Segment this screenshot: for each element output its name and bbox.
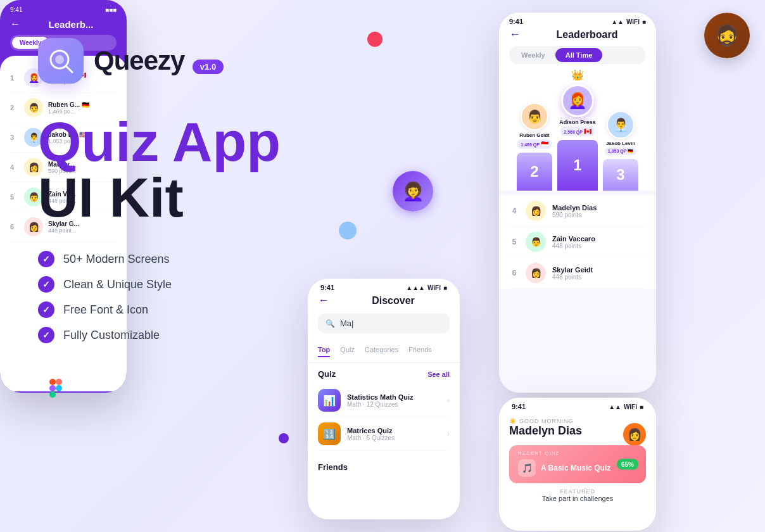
brand-name-container: Queezy v1.0 (94, 46, 224, 76)
tab-categories[interactable]: Categories (365, 346, 398, 357)
quiz-meta-2: Math · 6 Quizzes (347, 434, 441, 441)
feature-item-1: 50+ Modern Screens (38, 251, 329, 267)
lb-back-arrow[interactable]: ← (509, 28, 521, 41)
feature-list: 50+ Modern Screens Clean & Unique Style … (38, 251, 329, 343)
lb2-rank-4: 4 (10, 163, 19, 171)
podium-block-2: 2 (517, 153, 552, 191)
left-hero-section: Queezy v1.0 Quiz App UI Kit 50+ Modern S… (38, 38, 329, 412)
deco-circle-blue (339, 222, 357, 239)
lb-nav: ← Leaderboard (509, 28, 646, 41)
discover-screen-title: Discover (337, 295, 450, 307)
lb-battery: ■ (642, 18, 646, 25)
lb2-status-icons: ■■■ (105, 6, 117, 13)
podium-points-3: 1,053 QP 🇩🇪 (605, 148, 636, 155)
svg-rect-5 (49, 385, 56, 391)
lb-avatar-6: 👩 (526, 263, 546, 283)
tab-friends[interactable]: Friends (408, 346, 432, 357)
lb2-status-bar: 9:41 ■■■ (10, 6, 117, 13)
lb-avatar-5: 👨 (526, 232, 546, 252)
lb2-time: 9:41 (10, 6, 22, 13)
leaderboard-header: 9:41 ▲▲ WiFi ■ ← Leaderboard Weekly All … (499, 13, 656, 72)
lb-player-info-6: Skylar Geidt 448 points (552, 266, 646, 281)
podium-section: 👨 Ruben Geidt 1,469 QP 🇮🇩 2 👑 👩‍🦰 Adison… (499, 72, 656, 191)
quiz-thumb-1: 📊 (318, 389, 341, 412)
podium-block-3: 3 (603, 159, 638, 191)
podium-points-2: 1,469 QP 🇮🇩 (517, 139, 551, 149)
lb-signal: ▲▲ (611, 18, 624, 25)
lb-player-points-4: 590 points (552, 212, 646, 218)
quiz-thumb-2: 🔢 (318, 422, 341, 445)
lb2-nav: ← Leaderb... (10, 18, 117, 30)
search-text[interactable]: Ma| (340, 319, 353, 328)
lb2-battery: ■■■ (105, 6, 117, 13)
recent-quiz-title: A Basic Music Quiz (541, 464, 610, 472)
svg-point-7 (56, 385, 62, 391)
discover-search-bar[interactable]: 🔍 Ma| (318, 314, 450, 333)
progress-badge: 65% (617, 459, 638, 470)
lb2-rank-1: 1 (10, 74, 19, 82)
home-status-icons: ▲▲ WiFi ■ (609, 403, 643, 410)
signal-icon: ▲▲▲ (406, 284, 425, 291)
crown-icon: 👑 (571, 69, 584, 81)
podium-name-2: Ruben Geidt (519, 132, 550, 138)
home-signal: ▲▲ (609, 403, 621, 410)
quiz-name-1: Statistics Math Quiz (347, 393, 441, 401)
discover-nav: ← Discover (318, 294, 450, 307)
lb2-back-arrow[interactable]: ← (10, 18, 20, 30)
discover-content: Quiz See all 📊 Statistics Math Quiz Math… (308, 363, 460, 457)
see-all-button[interactable]: See all (427, 370, 450, 378)
podium-block-1: 1 (557, 140, 598, 191)
home-battery: ■ (640, 403, 643, 410)
podium-points-1: 2,569 QP 🇨🇦 (560, 127, 594, 136)
back-arrow-icon[interactable]: ← (318, 294, 329, 307)
lb-tab-alltime[interactable]: All Time (555, 48, 603, 62)
lb-wifi: WiFi (626, 18, 640, 25)
podium-crown-area: 👑 👩‍🦰 (561, 79, 594, 117)
tab-quiz[interactable]: Quiz (340, 346, 355, 357)
featured-section: FEATURED Take part in challenges (499, 483, 656, 505)
tab-top[interactable]: Top (318, 346, 330, 357)
podium-player-1: 👑 👩‍🦰 Adison Press 2,569 QP 🇨🇦 1 (557, 79, 598, 191)
lb-screen-title: Leaderboard (528, 29, 646, 41)
podium-avatar-1: 👩‍🦰 (561, 84, 594, 117)
svg-rect-6 (49, 391, 56, 398)
logo-icon (38, 38, 84, 84)
deco-circle-indigo (279, 433, 289, 443)
podium-name-3: Jakob Levin (606, 141, 635, 146)
lb-tabs: Weekly All Time (509, 46, 646, 64)
lb-player-points-5: 448 points (552, 243, 646, 250)
podium-avatar-2: 👨 (521, 103, 548, 130)
top-right-user-avatar: 🧔 (704, 13, 750, 58)
lb-rank-4: 4 (509, 206, 519, 215)
lb-tab-weekly[interactable]: Weekly (511, 48, 555, 62)
lb2-rank-2: 2 (10, 104, 19, 111)
lb-avatar-4: 👩 (526, 201, 546, 221)
lb2-rank-3: 3 (10, 134, 19, 141)
svg-line-2 (66, 66, 72, 72)
podium-name-1: Adison Press (559, 119, 596, 125)
wifi-icon: WiFi (427, 284, 441, 291)
svg-rect-4 (56, 379, 62, 385)
discover-tabs: Top Quiz Categories Friends (308, 341, 460, 363)
lb-player-points-6: 448 points (552, 274, 646, 281)
lb-rank-6: 6 (509, 269, 519, 277)
lb-list-section: 4 👩 Madelyn Dias 590 points 5 👨 Zain Vac… (499, 196, 656, 289)
lb-rank-5: 5 (509, 238, 519, 246)
check-icon-1 (38, 251, 54, 267)
lb-player-name-5: Zain Vaccaro (552, 235, 646, 243)
lb-time: 9:41 (509, 18, 523, 25)
lb2-rank-5: 5 (10, 193, 19, 201)
headline-ui: UI Kit (38, 170, 329, 225)
quiz-name-2: Matrices Quiz (347, 427, 441, 434)
recent-quiz-card[interactable]: RECENT QUIZ 🎵 A Basic Music Quiz 65% (509, 445, 646, 483)
discover-status-bar: 9:41 ▲▲▲ WiFi ■ (308, 279, 460, 294)
lb-player-name-6: Skylar Geidt (552, 266, 646, 274)
home-user-avatar: 👩 (623, 423, 646, 446)
friends-section-title: Friends (308, 457, 460, 474)
feature-label-4: Fully Customizable (63, 329, 160, 342)
quiz-info-2: Matrices Quiz Math · 6 Quizzes (347, 427, 441, 441)
svg-rect-3 (49, 379, 56, 385)
lb2-rank-6: 6 (10, 223, 19, 231)
feature-label-3: Free Font & Icon (63, 303, 148, 317)
recent-quiz-info: 🎵 A Basic Music Quiz (518, 459, 610, 477)
